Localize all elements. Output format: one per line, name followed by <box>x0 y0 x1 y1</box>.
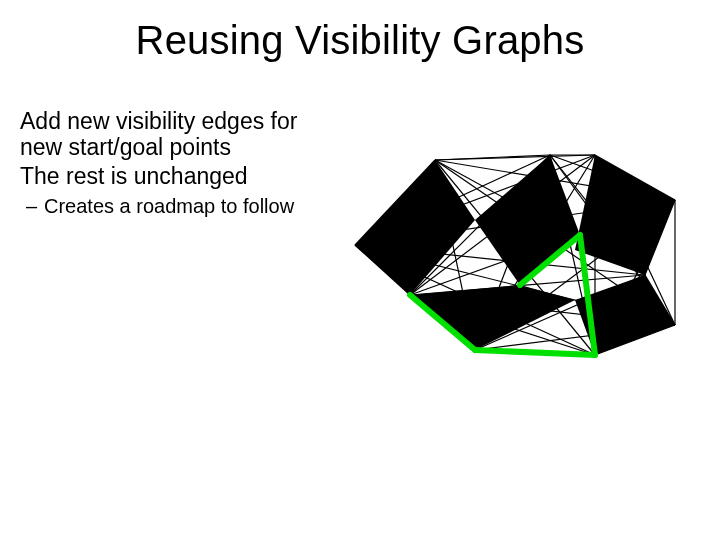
svg-line-51 <box>475 350 595 355</box>
slide-body: Add new visibility edges for new start/g… <box>20 108 340 218</box>
sub-bullet-1: Creates a roadmap to follow <box>20 195 340 218</box>
slide-title: Reusing Visibility Graphs <box>0 18 720 63</box>
svg-marker-0 <box>355 160 475 295</box>
body-line-1: Add new visibility edges for new start/g… <box>20 108 340 161</box>
slide: Reusing Visibility Graphs Add new visibi… <box>0 0 720 540</box>
visibility-graph-figure <box>345 125 705 375</box>
body-line-2: The rest is unchanged <box>20 163 340 189</box>
svg-line-15 <box>435 155 595 160</box>
